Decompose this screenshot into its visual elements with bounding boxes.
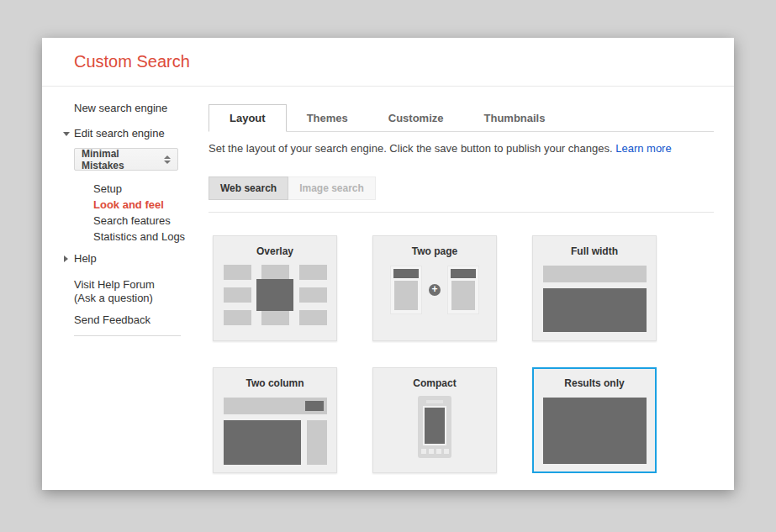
layout-card-title: Two page <box>373 245 496 257</box>
send-feedback-label: Send Feedback <box>74 313 150 326</box>
chevron-down-icon <box>63 132 70 136</box>
layout-options-grid: Overlay Two page + <box>213 235 714 473</box>
chevron-right-icon <box>64 255 68 262</box>
plus-icon: + <box>429 284 441 296</box>
tab-strip: Layout Themes Customize Thumbnails <box>209 104 714 132</box>
sidebar: New search engine Edit search engine Min… <box>42 87 209 473</box>
search-type-toggle: Web search Image search <box>209 176 714 200</box>
layout-card-two-column[interactable]: Two column <box>213 367 337 473</box>
results-only-layout-thumbnail <box>543 398 647 464</box>
layout-card-compact[interactable]: Compact <box>372 367 497 473</box>
compact-layout-thumbnail <box>418 396 451 458</box>
image-search-button[interactable]: Image search <box>288 176 376 200</box>
page-title: Custom Search <box>74 52 190 71</box>
select-spinner-icon <box>164 155 171 164</box>
learn-more-link[interactable]: Learn more <box>615 142 671 155</box>
ask-a-question-label: (Ask a question) <box>74 292 209 305</box>
sidebar-item-visit-help-forum[interactable]: Visit Help Forum (Ask a question) <box>74 278 209 305</box>
web-search-button[interactable]: Web search <box>209 176 288 200</box>
content-area: Layout Themes Customize Thumbnails Set t… <box>209 87 734 473</box>
section-divider <box>209 212 714 213</box>
engine-select[interactable]: Minimal Mistakes <box>74 148 178 171</box>
layout-card-full-width[interactable]: Full width <box>532 235 657 341</box>
layout-card-title: Compact <box>373 377 496 389</box>
sidebar-item-send-feedback[interactable]: Send Feedback <box>74 313 209 327</box>
layout-card-results-only[interactable]: Results only <box>532 367 657 473</box>
sidebar-item-setup[interactable]: Setup <box>93 181 209 197</box>
tab-customize[interactable]: Customize <box>368 105 464 131</box>
layout-description: Set the layout of your search engine. Cl… <box>209 142 714 155</box>
app-header: Custom Search <box>42 38 734 87</box>
layout-card-title: Results only <box>534 377 655 389</box>
full-width-layout-thumbnail <box>543 266 647 332</box>
layout-card-title: Overlay <box>214 245 336 257</box>
custom-search-panel: Custom Search New search engine Edit sea… <box>42 38 734 490</box>
edit-search-engine-label: Edit search engine <box>74 127 165 140</box>
tab-layout[interactable]: Layout <box>209 104 287 132</box>
two-column-layout-thumbnail <box>224 398 327 465</box>
layout-card-two-page[interactable]: Two page + <box>372 235 497 341</box>
sidebar-item-new-search-engine[interactable]: New search engine <box>74 101 209 116</box>
help-label: Help <box>74 252 97 265</box>
two-page-layout-thumbnail: + <box>373 266 496 314</box>
layout-card-overlay[interactable]: Overlay <box>213 235 337 341</box>
sidebar-item-statistics-and-logs[interactable]: Statistics and Logs <box>93 229 209 245</box>
sidebar-item-help[interactable]: Help <box>74 251 209 266</box>
sidebar-divider <box>74 335 181 336</box>
visit-help-forum-label: Visit Help Forum <box>74 278 209 292</box>
layout-card-title: Full width <box>533 245 656 257</box>
sidebar-submenu: Setup Look and feel Search features Stat… <box>74 181 209 245</box>
engine-select-value: Minimal Mistakes <box>82 148 164 171</box>
description-text: Set the layout of your search engine. Cl… <box>209 142 615 155</box>
new-search-engine-label: New search engine <box>74 102 167 114</box>
sidebar-item-look-and-feel[interactable]: Look and feel <box>93 197 209 213</box>
sidebar-item-search-features[interactable]: Search features <box>93 213 209 229</box>
sidebar-item-edit-search-engine[interactable]: Edit search engine <box>74 126 209 141</box>
tab-thumbnails[interactable]: Thumbnails <box>464 105 566 131</box>
overlay-layout-thumbnail <box>224 265 327 325</box>
tab-themes[interactable]: Themes <box>287 105 368 131</box>
layout-card-title: Two column <box>214 377 336 389</box>
